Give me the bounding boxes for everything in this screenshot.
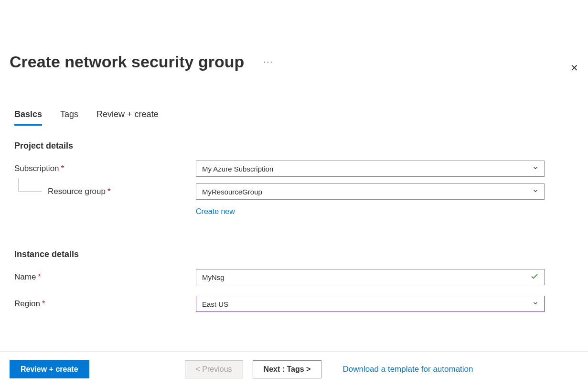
download-template-link[interactable]: Download a template for automation <box>342 365 473 374</box>
subscription-label: Subscription* <box>14 164 196 173</box>
tab-basics[interactable]: Basics <box>14 109 42 126</box>
name-label: Name* <box>14 272 196 282</box>
tab-tags[interactable]: Tags <box>60 109 78 126</box>
name-input[interactable]: MyNsg <box>196 269 545 285</box>
create-new-link[interactable]: Create new <box>196 207 235 216</box>
footer: Review + create < Previous Next : Tags >… <box>0 351 588 387</box>
hierarchy-connector-icon <box>18 178 42 192</box>
resource-group-select[interactable]: MyResourceGroup <box>196 183 545 200</box>
more-icon[interactable]: ··· <box>263 57 273 67</box>
tab-review[interactable]: Review + create <box>96 109 159 126</box>
check-icon <box>530 272 539 282</box>
tab-list: Basics Tags Review + create <box>14 109 578 126</box>
section-project-details: Project details <box>14 141 578 151</box>
close-icon[interactable]: ✕ <box>570 62 578 74</box>
page-title: Create network security group <box>10 53 244 71</box>
region-label: Region* <box>14 299 196 309</box>
next-button[interactable]: Next : Tags > <box>253 360 322 378</box>
region-select[interactable]: East US <box>196 296 545 312</box>
subscription-select[interactable]: My Azure Subscription <box>196 161 545 177</box>
previous-button: < Previous <box>185 360 243 378</box>
resource-group-label: Resource group* <box>14 187 196 196</box>
section-instance-details: Instance details <box>14 249 578 259</box>
review-create-button[interactable]: Review + create <box>10 360 89 378</box>
